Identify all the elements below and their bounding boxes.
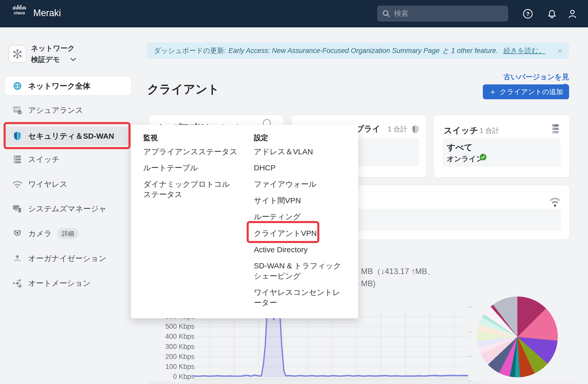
menu-item-dhcp[interactable]: DHCP xyxy=(254,163,349,173)
organization-icon xyxy=(12,254,23,263)
sidebar-item-automation[interactable]: オートメーション xyxy=(5,274,131,292)
card-total: 1 合計 xyxy=(480,126,499,135)
banner-suffix: と 1 other feature. xyxy=(442,46,498,55)
account-icon[interactable] xyxy=(567,8,578,19)
page-title: クライアント xyxy=(147,81,219,97)
devices-icon xyxy=(12,204,23,213)
switch-stack-icon xyxy=(550,124,559,135)
ytick-400: 400 Kbps xyxy=(154,333,194,341)
search-icon xyxy=(382,10,390,17)
sidebar-item-wireless[interactable]: ワイヤレス xyxy=(5,175,131,193)
ytick-100: 100 Kbps xyxy=(154,363,194,371)
usage-summary: 2 MB（↓413.17 ↑MB、 5 MB) xyxy=(354,265,435,290)
flyout-settings-header: 設定 xyxy=(254,133,268,143)
read-more-link[interactable]: 続きを読む。 xyxy=(504,46,546,55)
selector-type-label: ネットワーク xyxy=(31,43,75,53)
menu-item-sdwan-traffic-shaping[interactable]: SD-WAN & トラフィックシェーピング xyxy=(254,261,346,281)
sidebar-item-label: スイッチ xyxy=(28,154,60,165)
sidebar-item-organization[interactable]: オーガナイゼーション xyxy=(5,249,131,268)
network-selector[interactable]: ネットワーク 検証デモ xyxy=(8,43,129,69)
annotation-box-client-vpn xyxy=(247,221,319,243)
usage-line1: 2 MB（↓413.17 ↑MB、 xyxy=(354,265,435,278)
ytick-200: 200 Kbps xyxy=(154,353,194,361)
card-total: 1 合計 xyxy=(388,125,407,134)
annotation-box-security-sdwan xyxy=(4,122,130,149)
tick-dash xyxy=(468,356,472,357)
tick-dash xyxy=(468,331,472,332)
menu-item-route-table[interactable]: ルートテーブル xyxy=(143,163,238,173)
automation-icon xyxy=(12,279,23,288)
menu-item-routing[interactable]: ルーティング xyxy=(254,212,349,222)
add-client-button[interactable]: ＋ クライアントの追加 xyxy=(483,84,569,99)
card-title: スイッチ xyxy=(444,125,478,136)
menu-item-active-directory[interactable]: Active Directory xyxy=(254,245,349,255)
notifications-bell-icon[interactable] xyxy=(547,8,557,19)
sidebar-item-label: システムズマネージャ xyxy=(28,204,106,214)
meraki-dashboard: トップアプリケーション セキュリティアプライ 1 合計 スイッチ 1 合計 すべ… xyxy=(0,0,588,384)
shield-icon xyxy=(412,125,419,134)
sidebar-item-systems-manager[interactable]: システムズマネージャ xyxy=(5,200,131,218)
ytick-0: 0 Kbps xyxy=(154,373,194,381)
switch-status-panel: すべて オンライン xyxy=(443,138,561,167)
search-input[interactable] xyxy=(394,9,492,18)
sidebar-item-network-wide[interactable]: ネットワーク全体 xyxy=(5,77,131,95)
global-search[interactable] xyxy=(377,6,508,21)
sidebar-item-label: ネットワーク全体 xyxy=(28,81,91,91)
dashboard-update-banner: ダッシュボードの更新: Early Access: New Assurance-… xyxy=(147,42,569,59)
status-all-label: すべて xyxy=(447,142,473,153)
status-online-label: オンライン xyxy=(447,154,483,164)
sidebar-item-label: カメラ xyxy=(28,228,52,239)
menu-item-address-vlan[interactable]: アドレス＆VLAN xyxy=(254,147,349,157)
sidebar-item-label: オートメーション xyxy=(28,278,91,289)
camera-detail-badge: 詳細 xyxy=(57,228,79,239)
menu-item-site-to-site-vpn[interactable]: サイト間VPN xyxy=(254,195,349,206)
selector-network-name: 検証デモ xyxy=(31,55,60,64)
menu-item-wireless-concentrator[interactable]: ワイヤレスコンセントレーター xyxy=(254,287,346,308)
sidebar-item-switch[interactable]: スイッチ xyxy=(5,150,131,169)
help-icon[interactable]: ? xyxy=(522,8,533,19)
svg-text:cisco: cisco xyxy=(14,10,25,15)
sidebar-item-label: オーガナイゼーション xyxy=(28,253,106,264)
menu-item-firewall[interactable]: ファイアウォール xyxy=(254,179,349,189)
sidebar-item-assurance[interactable]: アシュアランス xyxy=(5,101,131,119)
network-hub-icon xyxy=(8,45,26,63)
security-sdwan-flyout-menu: 監視 アプライアンスステータス ルートテーブル ダイナミックプロトコルステータス… xyxy=(131,125,358,318)
brand-name: Meraki xyxy=(33,8,61,18)
next-section-edge xyxy=(484,380,574,384)
wifi-icon xyxy=(12,180,23,188)
assurance-icon xyxy=(12,106,23,115)
chevron-down-icon xyxy=(70,58,76,61)
application-usage-pie-chart xyxy=(477,297,558,377)
ytick-500: 500 Kbps xyxy=(154,323,194,331)
sidebar-item-camera[interactable]: カメラ 詳細 xyxy=(5,224,131,243)
globe-icon xyxy=(12,81,23,91)
sidebar-item-label: ワイヤレス xyxy=(28,179,68,190)
banner-prefix: ダッシュボードの更新: xyxy=(154,46,226,55)
plus-icon: ＋ xyxy=(489,87,497,97)
switch-stack-icon xyxy=(12,155,23,164)
wifi-icon xyxy=(548,195,562,208)
online-check-icon xyxy=(480,153,487,161)
camera-icon xyxy=(12,229,23,238)
ytick-300: 300 Kbps xyxy=(154,343,194,351)
usage-line2: 5 MB) xyxy=(354,278,435,290)
add-client-label: クライアントの追加 xyxy=(500,87,563,96)
switch-card: スイッチ 1 合計 すべて オンライン xyxy=(434,115,570,178)
menu-item-dynamic-protocol-status[interactable]: ダイナミックプロトコルステータス xyxy=(143,179,235,200)
svg-text:?: ? xyxy=(526,11,529,17)
banner-feature: Early Access: New Assurance-Focused Orga… xyxy=(228,47,440,55)
cisco-logo: cisco xyxy=(11,4,31,16)
flyout-monitor-header: 監視 xyxy=(143,133,158,143)
tick-dash xyxy=(468,306,472,308)
sidebar-item-label: アシュアランス xyxy=(28,105,83,116)
banner-close-icon[interactable]: × xyxy=(557,46,562,56)
menu-item-appliance-status[interactable]: アプライアンスステータス xyxy=(143,147,238,157)
top-navigation-bar: cisco Meraki ? xyxy=(0,0,588,27)
